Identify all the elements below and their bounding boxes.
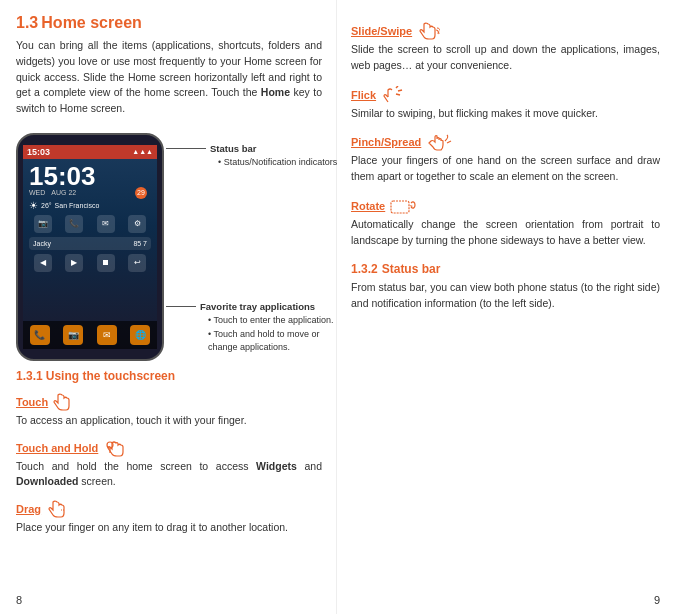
phone-body: 15:03 ▲▲▲ 15:03 WED AUG 22 (16, 133, 164, 361)
subsection-title: Using the touchscreen (46, 369, 175, 383)
contact-name: Jacky (33, 240, 51, 247)
page-num-left: 8 (16, 594, 22, 606)
page-num-right: 9 (654, 594, 660, 606)
nav-icon-3: ⏹ (97, 254, 115, 272)
home-icons-row1: 📷 📞 ✉ ⚙ (23, 213, 157, 235)
section-number: 1.3 (16, 14, 38, 31)
phone-time: 15:03 (27, 147, 50, 157)
flick-heading: Flick (351, 86, 660, 104)
slide-icon (416, 22, 440, 40)
pinch-heading: Pinch/Spread (351, 133, 660, 151)
section-title: Home screen (41, 14, 142, 31)
drag-body: Place your finger on any item to drag it… (16, 520, 322, 536)
touch-hold-heading: Touch and Hold (16, 439, 322, 457)
notification-badge: 29 (135, 187, 147, 199)
slide-heading: Slide/Swipe (351, 22, 660, 40)
phone-mockup: 15:03 ▲▲▲ 15:03 WED AUG 22 (16, 133, 164, 363)
touch-heading: Touch (16, 393, 322, 411)
home-icon-4: ⚙ (128, 215, 146, 233)
tray-icon-2: 📷 (63, 325, 83, 345)
rotate-body: Automatically change the screen orientat… (351, 217, 660, 249)
contact-card: Jacky 85 7 (29, 237, 151, 250)
fav-tray-label: Favorite tray applications (200, 301, 315, 312)
widgets-bold: Widgets (256, 460, 297, 472)
annotation-line-fav (166, 306, 196, 307)
phone-screen: 15:03 ▲▲▲ 15:03 WED AUG 22 (23, 145, 157, 349)
weather-temp: 26° (41, 202, 52, 209)
phone-status-icons: ▲▲▲ (132, 148, 153, 155)
flick-icon (380, 86, 404, 104)
nav-icon-2: ▶ (65, 254, 83, 272)
touch-icon (52, 393, 72, 411)
tray-icon-1: 📞 (30, 325, 50, 345)
section2-title: Status bar (382, 262, 441, 276)
fav-tray-annotation: Favorite tray applications • Touch to en… (166, 301, 346, 355)
fav-tray-bullet1: • Touch to enter the application. (208, 314, 346, 328)
drag-heading: Drag (16, 500, 322, 518)
rotate-heading: Rotate (351, 197, 660, 215)
phone-tray: 📞 📷 ✉ 🌐 (23, 321, 157, 349)
weather-city: San Francisco (55, 202, 100, 209)
home-icon-3: ✉ (97, 215, 115, 233)
status-bar-label: Status bar (210, 143, 256, 154)
page-left: 1.3 Home screen You can bring all the it… (0, 0, 337, 614)
contact-num: 85 7 (133, 240, 147, 247)
page-right: Slide/Swipe Slide the screen to scroll u… (337, 0, 674, 614)
home-icon-2: 📞 (65, 215, 83, 233)
phone-weather: ☀ 26° San Francisco (23, 198, 157, 213)
phone-clock-time: 15:03 (29, 163, 151, 189)
touch-body: To access an application, touch it with … (16, 413, 322, 429)
home-icons-row2: ◀ ▶ ⏹ ↩ (23, 252, 157, 274)
status-bar-bullet: • Status/Notification indicators (218, 156, 341, 170)
touch-hold-body: Touch and hold the home screen to access… (16, 459, 322, 491)
annotation-line-status (166, 148, 206, 149)
slide-body: Slide the screen to scroll up and down t… (351, 42, 660, 74)
fav-tray-bullet2: • Touch and hold to move or change appli… (208, 328, 346, 355)
page-wrapper: 1.3 Home screen You can bring all the it… (0, 0, 674, 614)
nav-icon-4: ↩ (128, 254, 146, 272)
drag-icon (45, 500, 67, 518)
home-icon-1: 📷 (34, 215, 52, 233)
touch-hold-icon (102, 439, 124, 457)
flick-body: Similar to swiping, but flicking makes i… (351, 106, 660, 122)
tray-icon-3: ✉ (97, 325, 117, 345)
pinch-icon (425, 133, 453, 151)
intro-text: You can bring all the items (application… (16, 38, 322, 117)
nav-icon-1: ◀ (34, 254, 52, 272)
pinch-body: Place your fingers of one hand on the sc… (351, 153, 660, 185)
downloaded-bold: Downloaded (16, 475, 78, 487)
status-bar-body: From status bar, you can view both phone… (351, 280, 660, 312)
rotate-icon (389, 197, 417, 215)
weather-icon: ☀ (29, 200, 38, 211)
status-bar-annotation: Status bar • Status/Notification indicat… (166, 143, 341, 170)
tray-icon-4: 🌐 (130, 325, 150, 345)
subsection-number: 1.3.1 (16, 369, 43, 383)
svg-rect-1 (391, 201, 409, 213)
phone-status-bar: 15:03 ▲▲▲ (23, 145, 157, 159)
section2-number: 1.3.2 (351, 262, 378, 276)
